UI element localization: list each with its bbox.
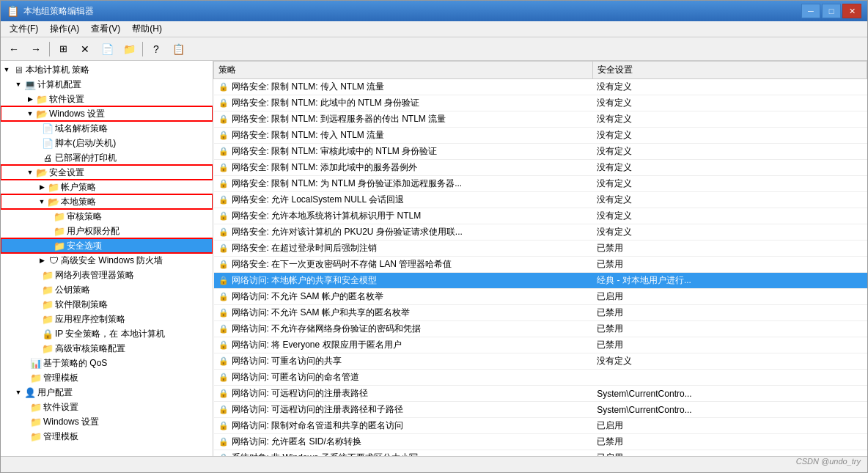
label-audit: 审核策略 bbox=[67, 210, 102, 223]
table-row[interactable]: 🔒网络访问: 可重名访问的共享没有定义 bbox=[214, 353, 867, 370]
expand-printers[interactable] bbox=[36, 152, 42, 164]
col-header-policy[interactable]: 策略 bbox=[214, 62, 593, 79]
expand-software[interactable]: ▶ bbox=[24, 93, 36, 105]
sidebar-item-advanced-audit[interactable]: 📁 高级审核策略配置 bbox=[1, 341, 213, 356]
table-row[interactable]: 🔒网络安全: 允许本地系统将计算机标识用于 NTLM没有定义 bbox=[214, 208, 867, 224]
expand-local-policy[interactable]: ▼ bbox=[1, 64, 12, 76]
menu-file[interactable]: 文件(F) bbox=[4, 21, 44, 37]
table-row[interactable]: 🔒网络安全: 限制 NTLM: 传入 NTLM 流量没有定义 bbox=[214, 79, 867, 95]
expand-windows[interactable]: ▼ bbox=[24, 108, 36, 120]
table-row[interactable]: 🔒网络访问: 本地帐户的共享和安全模型经典 - 对本地用户进行... bbox=[214, 273, 867, 289]
expand-local-policy2[interactable]: ▼ bbox=[36, 196, 48, 208]
menu-action[interactable]: 操作(A) bbox=[44, 21, 85, 37]
sidebar-item-account-policy[interactable]: ▶ 📁 帐户策略 bbox=[1, 180, 213, 194]
expand-user-win[interactable] bbox=[24, 416, 30, 428]
back-button[interactable]: ← bbox=[4, 40, 24, 59]
sidebar-item-qos[interactable]: 📊 基于策略的 QoS bbox=[1, 356, 213, 370]
expand-audit[interactable] bbox=[48, 210, 54, 222]
table-row[interactable]: 🔒网络访问: 不允许 SAM 帐户和共享的匿名枚举已禁用 bbox=[214, 305, 867, 321]
sidebar-item-local-policy2[interactable]: ▼ 📂 本地策略 bbox=[1, 194, 213, 209]
table-row[interactable]: 🔒网络访问: 可远程访问的注册表路径System\CurrentContro..… bbox=[214, 386, 867, 402]
policy-icon: 🔒 bbox=[218, 179, 229, 188]
expand-cert[interactable] bbox=[36, 284, 42, 296]
sidebar-item-printers[interactable]: 🖨 已部署的打印机 bbox=[1, 150, 213, 165]
close-button[interactable]: ✕ bbox=[842, 4, 861, 18]
expand-sec-options[interactable] bbox=[48, 240, 54, 252]
table-row[interactable]: 🔒系统对象: 非 Windows 子系统不要求区分大小写已启用 bbox=[214, 450, 867, 457]
sidebar-item-software-settings[interactable]: ▶ 📁 软件设置 bbox=[1, 92, 213, 106]
table-row[interactable]: 🔒网络安全: 限制 NTLM: 审核此域中的 NTLM 身份验证没有定义 bbox=[214, 144, 867, 160]
sidebar-item-ip-security[interactable]: 🔒 IP 安全策略，在 本地计算机 bbox=[1, 326, 213, 341]
expand-scripts[interactable] bbox=[36, 137, 42, 149]
sidebar-item-audit[interactable]: 📁 审核策略 bbox=[1, 209, 213, 224]
table-row[interactable]: 🔒网络安全: 限制 NTLM: 传入 NTLM 流量没有定义 bbox=[214, 128, 867, 144]
table-row[interactable]: 🔒网络访问: 将 Everyone 权限应用于匿名用户已禁用 bbox=[214, 337, 867, 353]
extra-button[interactable]: 📋 bbox=[168, 40, 188, 59]
col-header-security[interactable]: 安全设置 bbox=[592, 62, 867, 79]
menu-help[interactable]: 帮助(H) bbox=[126, 21, 168, 37]
sidebar-item-firewall[interactable]: ▶ 🛡 高级安全 Windows 防火墙 bbox=[1, 253, 213, 268]
expand-ip-sec[interactable] bbox=[36, 328, 42, 340]
table-row[interactable]: 🔒网络访问: 限制对命名管道和共享的匿名访问已启用 bbox=[214, 418, 867, 434]
expand-firewall[interactable]: ▶ bbox=[36, 254, 48, 266]
expand-dns[interactable] bbox=[36, 122, 42, 134]
sidebar-item-scripts[interactable]: 📄 脚本(启动/关机) bbox=[1, 136, 213, 150]
table-row[interactable]: 🔒网络安全: 在下一次更改密码时不存储 LAN 管理器哈希值已禁用 bbox=[214, 257, 867, 273]
sidebar-item-computer-config[interactable]: ▼ 💻 计算机配置 bbox=[1, 77, 213, 92]
expand-restrict[interactable] bbox=[36, 298, 42, 310]
expand-network-list[interactable] bbox=[36, 269, 42, 281]
help-button[interactable]: ? bbox=[146, 40, 166, 59]
minimize-button[interactable]: ─ bbox=[801, 4, 820, 18]
sidebar-item-software-restrict[interactable]: 📁 软件限制策略 bbox=[1, 297, 213, 312]
sidebar-item-user-software[interactable]: 📁 软件设置 bbox=[1, 400, 213, 414]
table-row[interactable]: 🔒网络安全: 限制 NTLM: 为 NTLM 身份验证添加远程服务器...没有定… bbox=[214, 176, 867, 192]
sidebar-item-security-options[interactable]: 📁 安全选项 bbox=[1, 238, 213, 253]
expand-computer-config[interactable]: ▼ bbox=[12, 78, 24, 90]
expand-account[interactable]: ▶ bbox=[36, 181, 48, 193]
sidebar-item-app-control[interactable]: 📁 应用程序控制策略 bbox=[1, 312, 213, 326]
sidebar-item-cert[interactable]: 📁 公钥策略 bbox=[1, 282, 213, 297]
expand-user-rights[interactable] bbox=[48, 225, 54, 237]
expand-app-control[interactable] bbox=[36, 313, 42, 325]
delete-button[interactable]: ✕ bbox=[75, 40, 95, 59]
sidebar-item-user-windows[interactable]: 📁 Windows 设置 bbox=[1, 414, 213, 429]
table-row[interactable]: 🔒网络访问: 不允许存储网络身份验证的密码和凭据已禁用 bbox=[214, 321, 867, 337]
expand-admin[interactable] bbox=[24, 372, 30, 384]
sidebar-item-network-list[interactable]: 📁 网络列表管理器策略 bbox=[1, 268, 213, 282]
table-row[interactable]: 🔒网络安全: 允许对该计算机的 PKU2U 身份验证请求使用联...没有定义 bbox=[214, 224, 867, 241]
table-row[interactable]: 🔒网络安全: 在超过登录时间后强制注销已禁用 bbox=[214, 241, 867, 257]
export-button[interactable]: 📁 bbox=[119, 40, 139, 59]
policy-icon: 🔒 bbox=[218, 276, 229, 285]
sidebar-item-dns[interactable]: 📄 域名解析策略 bbox=[1, 121, 213, 136]
copy-button[interactable]: ⊞ bbox=[53, 40, 73, 59]
expand-user-sw[interactable] bbox=[24, 401, 30, 413]
table-row[interactable]: 🔒网络安全: 限制 NTLM: 添加此域中的服务器例外没有定义 bbox=[214, 160, 867, 176]
sidebar-item-user-admin[interactable]: 📁 管理模板 bbox=[1, 429, 213, 444]
table-row[interactable]: 🔒网络访问: 允许匿名 SID/名称转换已禁用 bbox=[214, 434, 867, 450]
table-row[interactable]: 🔒网络访问: 可匿名访问的命名管道 bbox=[214, 370, 867, 386]
table-row[interactable]: 🔒网络安全: 限制 NTLM: 此域中的 NTLM 身份验证没有定义 bbox=[214, 95, 867, 111]
policy-text: 网络访问: 可匿名访问的命名管道 bbox=[232, 372, 360, 382]
expand-user-admin[interactable] bbox=[24, 430, 30, 442]
sidebar-item-admin-templates[interactable]: 📁 管理模板 bbox=[1, 370, 213, 385]
sidebar-item-windows-settings[interactable]: ▼ 📂 Windows 设置 bbox=[1, 106, 213, 121]
sidebar-item-security-settings[interactable]: ▼ 📂 安全设置 bbox=[1, 165, 213, 180]
expand-qos[interactable] bbox=[24, 357, 30, 369]
expand-adv-audit[interactable] bbox=[36, 342, 42, 354]
forward-button[interactable]: → bbox=[26, 40, 46, 59]
properties-button[interactable]: 📄 bbox=[97, 40, 117, 59]
table-row[interactable]: 🔒网络安全: 允许 LocalSystem NULL 会话回退没有定义 bbox=[214, 192, 867, 208]
icon-admin-templates: 📁 bbox=[30, 372, 42, 384]
table-row[interactable]: 🔒网络访问: 不允许 SAM 帐户的匿名枚举已启用 bbox=[214, 289, 867, 305]
maximize-button[interactable]: □ bbox=[822, 4, 841, 18]
security-cell: 没有定义 bbox=[592, 95, 867, 111]
sidebar-item-local-policy[interactable]: ▼ 🖥 本地计算机 策略 bbox=[1, 62, 213, 77]
expand-security[interactable]: ▼ bbox=[24, 166, 36, 178]
sidebar-item-user-rights[interactable]: 📁 用户权限分配 bbox=[1, 224, 213, 238]
expand-user-config[interactable]: ▼ bbox=[12, 386, 24, 398]
table-row[interactable]: 🔒网络访问: 可远程访问的注册表路径和子路径System\CurrentCont… bbox=[214, 402, 867, 418]
policy-icon: 🔒 bbox=[218, 98, 229, 107]
sidebar-item-user-config[interactable]: ▼ 👤 用户配置 bbox=[1, 385, 213, 400]
table-row[interactable]: 🔒网络安全: 限制 NTLM: 到远程服务器的传出 NTLM 流量没有定义 bbox=[214, 111, 867, 128]
menu-view[interactable]: 查看(V) bbox=[85, 21, 126, 37]
